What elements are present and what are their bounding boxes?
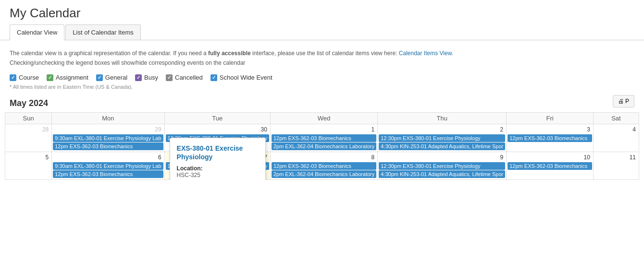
calendar-grid: Sun Mon Tue Wed Thu Fri Sat 28 29 (5, 112, 639, 180)
event-exs362-fri-w2[interactable]: 12pm EXS-362-03 Biomechanics (508, 162, 592, 170)
cell-tue-w1: 30 12:30pm EXS-380-01 Exercise Physiolog… (164, 124, 270, 152)
cell-sat-w1: 4 (593, 124, 639, 152)
course-label: Course (19, 74, 39, 81)
event-tooltip: EXS-380-01 Exercise Physiology Location:… (170, 138, 266, 180)
cell-thu-w1: 2 12:30pm EXS-380-01 Exercise Physiology… (378, 124, 507, 152)
event-exs362-wed-w1[interactable]: 12pm EXS-362-03 Biomechanics (272, 134, 376, 142)
tab-calendar-view[interactable]: Calendar View (10, 24, 64, 40)
event-exs362-fri-w1[interactable]: 12pm EXS-362-03 Biomechanics (508, 134, 592, 142)
course-checkbox[interactable]: ✓ (10, 74, 16, 81)
info-line1: The calendar view is a graphical represe… (10, 50, 634, 57)
cell-sun-w2: 5 (5, 152, 52, 180)
timezone-note: * All times listed are in Eastern Time (… (0, 83, 644, 94)
header-sat: Sat (593, 113, 639, 124)
week-row-1: 28 29 9:30am EXL-380-01 Exercise Physiol… (5, 124, 639, 152)
cell-mon-w1: 29 9:30am EXL-380-01 Exercise Physiology… (52, 124, 164, 152)
event-kin253-thu-w1[interactable]: 4:30pm KIN-253-01 Adapted Aquatics, Life… (379, 142, 505, 150)
tooltip-title: EXS-380-01 Exercise Physiology (177, 144, 259, 161)
tabs-bar: Calendar View List of Calendar Items (0, 24, 644, 40)
cell-wed-w1: 1 12pm EXS-362-03 Biomechanics 2pm EXL-3… (270, 124, 377, 152)
school-wide-checkbox[interactable]: ✓ (211, 74, 217, 81)
cancelled-checkbox[interactable]: ✓ (166, 74, 173, 81)
event-exs362-bio-w2[interactable]: 12pm EXS-362-03 Biomechanics (53, 170, 163, 178)
assignment-checkbox[interactable]: ✓ (47, 74, 53, 81)
tooltip-location-value: HSC-325 (177, 172, 259, 178)
event-exs362-bio-w1[interactable]: 12pm EXS-362-03 Biomechanics (53, 142, 163, 150)
header-wed: Wed (270, 113, 377, 124)
event-exs362-wed-w2[interactable]: 12pm EXS-362-03 Biomechanics (272, 162, 376, 170)
busy-label: Busy (144, 74, 158, 81)
info-line2: Checking/unchecking the legend boxes wil… (10, 59, 634, 66)
header-tue: Tue (164, 113, 270, 124)
tab-list-view[interactable]: List of Calendar Items (65, 24, 140, 40)
general-label: General (105, 74, 127, 81)
page-wrapper: My Calendar Calendar View List of Calend… (0, 0, 644, 180)
event-exl362-wed-w2[interactable]: 2pm EXL-362-04 Biomechanics Laboratory (272, 170, 376, 178)
cell-fri-w2: 10 12pm EXS-362-03 Biomechanics (507, 152, 594, 180)
cancelled-label: Cancelled (175, 74, 203, 81)
cell-fri-w1: 3 12pm EXS-362-03 Biomechanics (507, 124, 594, 152)
legend-item-course[interactable]: ✓ Course (10, 74, 39, 81)
header-mon: Mon (52, 113, 164, 124)
event-exl380-lab-w1[interactable]: 9:30am EXL-380-01 Exercise Physiology La… (53, 134, 163, 142)
event-exl380-lab-w2[interactable]: 9:30am EXL-380-01 Exercise Physiology La… (53, 162, 163, 170)
event-exl362-wed-w1[interactable]: 2pm EXL-362-04 Biomechanics Laboratory (272, 142, 376, 150)
page-title: My Calendar (10, 6, 634, 21)
busy-checkbox[interactable]: ✓ (135, 74, 142, 81)
calendar-items-link[interactable]: Calendar Items View (399, 50, 452, 57)
header-sun: Sun (5, 113, 52, 124)
legend-item-cancelled[interactable]: ✓ Cancelled (166, 74, 203, 81)
cell-sat-w2: 11 (593, 152, 639, 180)
calendar-section: May 2024 Sun Mon Tue Wed Thu Fri Sat 28 (0, 94, 644, 180)
info-section: The calendar view is a graphical represe… (0, 46, 644, 72)
page-header: My Calendar (0, 0, 644, 24)
cell-mon-w2: 6 9:30am EXL-380-01 Exercise Physiology … (52, 152, 164, 180)
cell-wed-w2: 8 12pm EXS-362-03 Biomechanics 2pm EXL-3… (270, 152, 377, 180)
legend-item-general[interactable]: ✓ General (96, 74, 127, 81)
assignment-label: Assignment (56, 74, 88, 81)
general-checkbox[interactable]: ✓ (96, 74, 103, 81)
week-row-2: 5 6 9:30am EXL-380-01 Exercise Physiolog… (5, 152, 639, 180)
event-exs380-thu-w1[interactable]: 12:30pm EXS-380-01 Exercise Physiology (379, 134, 505, 142)
cell-thu-w2: 9 12:30pm EXS-380-01 Exercise Physiology… (378, 152, 507, 180)
event-kin253-thu-w2[interactable]: 4:30pm KIN-253-01 Adapted Aquatics, Life… (379, 170, 505, 178)
legend-item-busy[interactable]: ✓ Busy (135, 74, 158, 81)
legend-row: ✓ Course ✓ Assignment ✓ General ✓ Busy ✓… (0, 72, 644, 83)
month-title: May 2024 (5, 94, 639, 112)
legend-item-school-wide[interactable]: ✓ School Wide Event (211, 74, 272, 81)
cell-sun-w1: 28 (5, 124, 52, 152)
header-fri: Fri (507, 113, 594, 124)
tooltip-location-label: Location: (177, 165, 259, 172)
school-wide-label: School Wide Event (220, 74, 272, 81)
legend-item-assignment[interactable]: ✓ Assignment (47, 74, 88, 81)
event-exs380-thu-w2[interactable]: 12:30pm EXS-380-01 Exercise Physiology (379, 162, 505, 170)
header-thu: Thu (378, 113, 507, 124)
